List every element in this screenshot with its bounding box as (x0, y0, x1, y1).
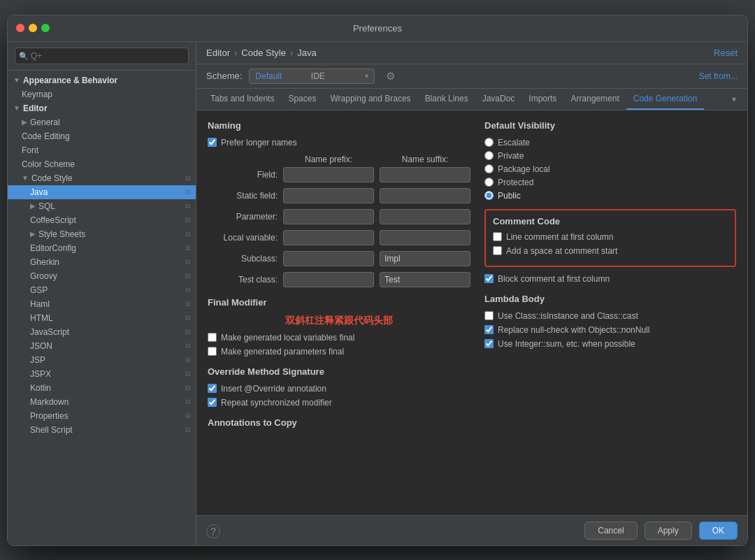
field-prefix-input[interactable] (283, 167, 374, 182)
main-panel: Editor › Code Style › Java Reset Scheme:… (196, 42, 747, 545)
sidebar-item-label: EditorConfig (30, 243, 76, 253)
left-column: Naming Prefer longer names Name prefix: … (208, 120, 470, 505)
sidebar-item-color-scheme[interactable]: Color Scheme (8, 157, 196, 171)
gear-button[interactable]: ⚙ (382, 69, 399, 84)
protected-radio[interactable] (484, 178, 494, 187)
repeat-synchronized-checkbox[interactable] (208, 398, 217, 407)
add-space-comment-checkbox[interactable] (493, 246, 502, 255)
sidebar-item-editorconfig[interactable]: EditorConfig ⧉ (8, 241, 196, 255)
sidebar-item-properties[interactable]: Properties ⧉ (8, 409, 196, 423)
block-comment-first-col-checkbox[interactable] (484, 274, 494, 283)
repeat-synchronized-label: Repeat synchronized modifier (221, 398, 332, 408)
subclass-prefix-input[interactable] (283, 251, 374, 266)
tab-more-button[interactable]: ▾ (728, 89, 740, 109)
sidebar-item-font[interactable]: Font (8, 143, 196, 157)
copy-icon: ⧉ (185, 174, 190, 182)
tab-spaces[interactable]: Spaces (281, 89, 323, 110)
sidebar-item-shell-script[interactable]: Shell Script ⧉ (8, 423, 196, 437)
prefer-longer-label: Prefer longer names (221, 138, 297, 148)
parameter-prefix-input[interactable] (283, 209, 374, 224)
cancel-button[interactable]: Cancel (584, 522, 637, 540)
tab-arrangement[interactable]: Arrangement (563, 89, 626, 110)
tab-javadoc[interactable]: JavaDoc (475, 89, 522, 110)
parameter-row: Parameter: (208, 209, 470, 224)
sidebar-item-style-sheets[interactable]: ▶ Style Sheets ⧉ (8, 227, 196, 241)
sidebar-item-javascript[interactable]: JavaScript ⧉ (8, 325, 196, 339)
minimize-button[interactable] (29, 24, 37, 32)
help-button[interactable]: ? (206, 524, 220, 538)
copy-icon: ⧉ (185, 384, 190, 392)
static-field-suffix-input[interactable] (380, 188, 470, 203)
escalate-radio[interactable] (484, 138, 494, 147)
fullscreen-button[interactable] (41, 24, 50, 32)
protected-label: Protected (498, 178, 533, 187)
apply-button[interactable]: Apply (645, 522, 692, 540)
package-local-radio[interactable] (484, 164, 494, 173)
sidebar-item-editor[interactable]: ▼ Editor (8, 101, 196, 115)
sidebar-item-kotlin[interactable]: Kotlin ⧉ (8, 381, 196, 395)
sidebar-item-haml[interactable]: Haml ⧉ (8, 297, 196, 311)
sidebar-item-label: Kotlin (30, 383, 51, 393)
private-row: Private (484, 151, 736, 161)
sidebar-item-code-style[interactable]: ▼ Code Style ⧉ (8, 171, 196, 185)
tab-tabs-indents[interactable]: Tabs and Indents (203, 89, 281, 110)
local-vars-final-checkbox[interactable] (208, 333, 217, 342)
replace-nullcheck-label: Replace null-check with Objects::nonNull (498, 325, 649, 335)
sidebar-item-java[interactable]: Java ⧉ (8, 185, 196, 199)
override-annotation-checkbox[interactable] (208, 384, 217, 393)
sidebar-item-appearance[interactable]: ▼ Appearance & Behavior (8, 73, 196, 87)
sidebar-item-label: Shell Script (30, 425, 73, 435)
sidebar-item-label: CoffeeScript (30, 215, 76, 225)
use-integer-sum-label: Use Integer::sum, etc. when possible (498, 339, 635, 349)
panel-body: Naming Prefer longer names Name prefix: … (196, 110, 747, 515)
line-comment-first-col-label: Line comment at first column (506, 232, 613, 242)
sidebar-item-html[interactable]: HTML ⧉ (8, 311, 196, 325)
local-var-prefix-input[interactable] (283, 230, 374, 245)
parameter-suffix-input[interactable] (380, 209, 470, 224)
tab-imports[interactable]: Imports (522, 89, 563, 110)
sidebar-item-jsp[interactable]: JSP ⧉ (8, 353, 196, 367)
sidebar-item-markdown[interactable]: Markdown ⧉ (8, 395, 196, 409)
use-class-isinstance-checkbox[interactable] (484, 311, 494, 320)
set-from-button[interactable]: Set from... (699, 71, 738, 81)
sidebar-item-keymap[interactable]: Keymap (8, 87, 196, 101)
sidebar-item-sql[interactable]: ▶ SQL ⧉ (8, 199, 196, 213)
replace-nullcheck-checkbox[interactable] (484, 325, 494, 334)
prefer-longer-checkbox[interactable] (208, 138, 217, 147)
subclass-suffix-input[interactable] (380, 251, 470, 266)
local-var-suffix-input[interactable] (380, 230, 470, 245)
static-field-prefix-input[interactable] (283, 188, 374, 203)
sidebar-item-general[interactable]: ▶ General (8, 115, 196, 129)
sidebar-item-json[interactable]: JSON ⧉ (8, 339, 196, 353)
sidebar-item-jspx[interactable]: JSPX ⧉ (8, 367, 196, 381)
sidebar-item-gsp[interactable]: GSP ⧉ (8, 283, 196, 297)
tab-code-generation[interactable]: Code Generation (626, 89, 704, 110)
tab-wrapping[interactable]: Wrapping and Braces (323, 89, 417, 110)
public-radio[interactable] (484, 191, 494, 200)
close-button[interactable] (16, 24, 24, 32)
static-field-label: Static field: (208, 191, 278, 201)
breadcrumb-code-style: Code Style (241, 48, 286, 58)
search-icon: 🔍 (19, 51, 29, 60)
sidebar-item-groovy[interactable]: Groovy ⧉ (8, 269, 196, 283)
sidebar-item-code-editing[interactable]: Code Editing (8, 129, 196, 143)
params-final-checkbox[interactable] (208, 347, 217, 356)
ok-button[interactable]: OK (699, 522, 738, 540)
sidebar-item-label: Code Style (31, 173, 73, 183)
comment-code-title: Comment Code (493, 216, 728, 227)
line-comment-first-col-checkbox[interactable] (493, 232, 502, 241)
sidebar-item-coffeescript[interactable]: CoffeeScript ⧉ (8, 213, 196, 227)
sidebar-item-gherkin[interactable]: Gherkin ⧉ (8, 255, 196, 269)
scheme-row: Scheme: Default IDE ▾ ⚙ Set from... (196, 64, 747, 89)
search-input[interactable] (15, 48, 189, 64)
field-suffix-input[interactable] (380, 167, 470, 182)
use-integer-sum-checkbox[interactable] (484, 339, 494, 348)
tab-blank-lines[interactable]: Blank Lines (418, 89, 475, 110)
test-class-prefix-input[interactable] (283, 272, 374, 287)
escalate-row: Escalate (484, 138, 736, 148)
chevron-down-icon: ▼ (22, 174, 29, 182)
test-class-suffix-input[interactable] (380, 272, 470, 287)
scheme-dropdown[interactable]: Default IDE ▾ (249, 69, 375, 84)
private-radio[interactable] (484, 151, 494, 160)
reset-button[interactable]: Reset (714, 48, 738, 58)
